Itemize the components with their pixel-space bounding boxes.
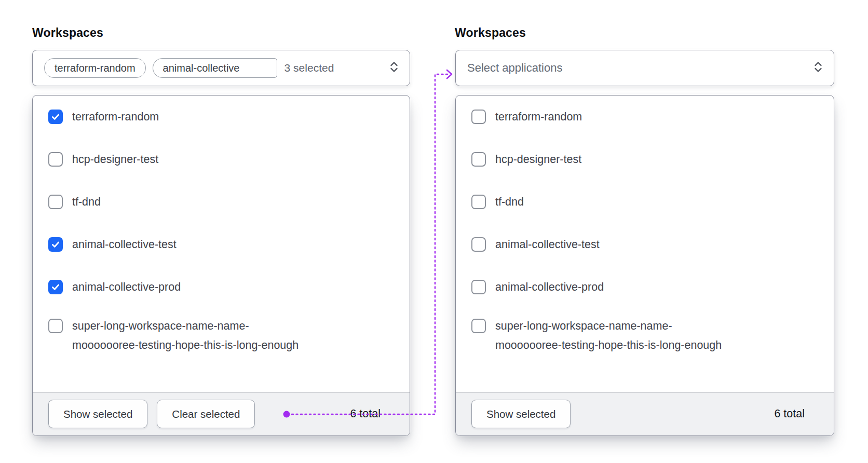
option-row[interactable]: hcp-designer-test <box>456 138 834 181</box>
option-row[interactable]: animal-collective-prod <box>456 266 834 308</box>
total-count: 6 total <box>774 407 805 420</box>
option-row[interactable]: hcp-designer-test <box>33 138 410 181</box>
selected-tag-label: terraform-random <box>55 62 135 74</box>
checkbox[interactable] <box>471 319 486 333</box>
caret-sort-icon <box>388 60 400 76</box>
option-row[interactable]: tf-dnd <box>456 181 834 223</box>
workspaces-label: Workspaces <box>455 26 526 40</box>
option-label: super-long-workspace-name-name-moooooore… <box>495 317 722 355</box>
option-label: tf-dnd <box>72 193 101 212</box>
listbox-footer: Show selected 6 total <box>456 392 834 435</box>
selected-tag-label: animal-collective <box>163 62 240 74</box>
checkbox[interactable] <box>471 237 486 252</box>
page: Workspaces terraform-random animal-colle… <box>0 0 868 463</box>
total-count: 6 total <box>350 407 381 420</box>
select-placeholder: Select applications <box>467 61 562 75</box>
checkbox[interactable] <box>48 195 63 209</box>
clear-selected-button[interactable]: Clear selected <box>157 400 255 428</box>
option-label: tf-dnd <box>495 193 524 212</box>
workspaces-label: Workspaces <box>32 26 103 40</box>
option-list: terraform-random hcp-designer-test tf-dn… <box>456 96 834 359</box>
check-icon <box>49 110 62 124</box>
option-label: animal-collective-prod <box>495 278 604 297</box>
option-label: animal-collective-test <box>72 235 177 254</box>
workspaces-listbox: terraform-random hcp-designer-test tf-dn… <box>32 95 410 436</box>
checkbox[interactable] <box>48 237 63 252</box>
option-row[interactable]: tf-dnd <box>33 181 410 223</box>
checkbox[interactable] <box>48 152 63 167</box>
workspaces-select-trigger[interactable]: Select applications <box>455 50 834 86</box>
option-label: animal-collective-test <box>495 235 600 254</box>
option-row[interactable]: animal-collective-prod <box>33 266 410 308</box>
caret-sort-icon <box>812 60 824 76</box>
option-label: hcp-designer-test <box>495 150 581 169</box>
option-list: terraform-random hcp-designer-test tf-dn… <box>33 96 410 359</box>
option-row[interactable]: animal-collective-test <box>33 223 410 266</box>
option-row[interactable]: super-long-workspace-name-name-moooooore… <box>456 308 834 359</box>
checkbox[interactable] <box>471 280 486 294</box>
option-label: animal-collective-prod <box>72 278 181 297</box>
option-label: super-long-workspace-name-name-moooooore… <box>72 317 299 355</box>
selected-tag: terraform-random <box>44 58 146 78</box>
checkbox[interactable] <box>471 110 486 124</box>
checkbox[interactable] <box>471 195 486 209</box>
selected-tag-truncated: animal-collective <box>153 58 277 78</box>
show-selected-button[interactable]: Show selected <box>48 400 147 428</box>
listbox-footer: Show selected Clear selected 6 total <box>33 392 410 435</box>
checkbox[interactable] <box>48 319 63 333</box>
workspaces-listbox: terraform-random hcp-designer-test tf-dn… <box>455 95 834 436</box>
option-row[interactable]: super-long-workspace-name-name-moooooore… <box>33 308 410 359</box>
option-row[interactable]: terraform-random <box>33 96 410 138</box>
checkbox[interactable] <box>48 110 63 124</box>
workspaces-select-trigger[interactable]: terraform-random animal-collective 3 sel… <box>32 50 410 86</box>
checkbox[interactable] <box>471 152 486 167</box>
connector-arrowhead-icon <box>447 70 452 78</box>
selected-count: 3 selected <box>284 62 334 74</box>
option-label: hcp-designer-test <box>72 150 158 169</box>
check-icon <box>49 280 62 294</box>
option-label: terraform-random <box>495 107 582 127</box>
option-row[interactable]: terraform-random <box>456 96 834 138</box>
check-icon <box>49 237 62 252</box>
show-selected-button[interactable]: Show selected <box>471 400 571 428</box>
option-label: terraform-random <box>72 107 159 127</box>
checkbox[interactable] <box>48 280 63 294</box>
option-row[interactable]: animal-collective-test <box>456 223 834 266</box>
